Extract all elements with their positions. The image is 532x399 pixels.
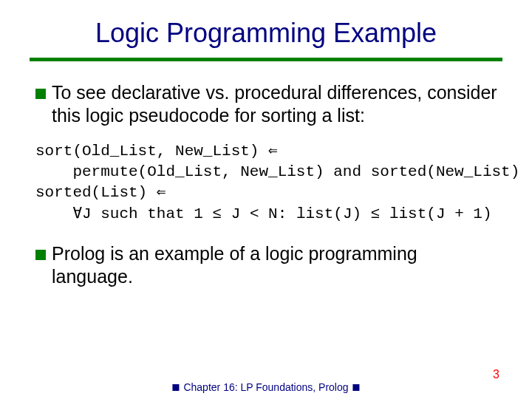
slide-body: To see declarative vs. procedural differ… [35, 81, 501, 301]
code-line: ∀J such that 1 ≤ J < N: list(J) ≤ list(J… [35, 205, 492, 222]
code-line: permute(Old_List, New_List) and sorted(N… [35, 163, 519, 180]
bullet-item: Prolog is an example of a logic programm… [35, 242, 501, 289]
page-number: 3 [493, 368, 499, 381]
square-bullet-icon [353, 384, 360, 391]
title-underline [30, 58, 502, 61]
slide: Logic Programming Example To see declara… [0, 0, 532, 399]
bullet-item: To see declarative vs. procedural differ… [35, 81, 501, 128]
square-bullet-icon [172, 384, 179, 391]
code-line: sorted(List) ⇐ [35, 184, 166, 201]
code-block: sort(Old_List, New_List) ⇐ permute(Old_L… [35, 141, 501, 225]
slide-title: Logic Programming Example [30, 18, 502, 49]
bullet-text: Prolog is an example of a logic programm… [52, 242, 501, 289]
footer-center: Chapter 16: LP Foundations, Prolog [172, 381, 359, 393]
square-bullet-icon [35, 89, 46, 99]
footer-text: Chapter 16: LP Foundations, Prolog [183, 381, 348, 393]
code-line: sort(Old_List, New_List) ⇐ [35, 143, 278, 160]
bullet-text: To see declarative vs. procedural differ… [52, 81, 501, 128]
square-bullet-icon [35, 250, 46, 260]
